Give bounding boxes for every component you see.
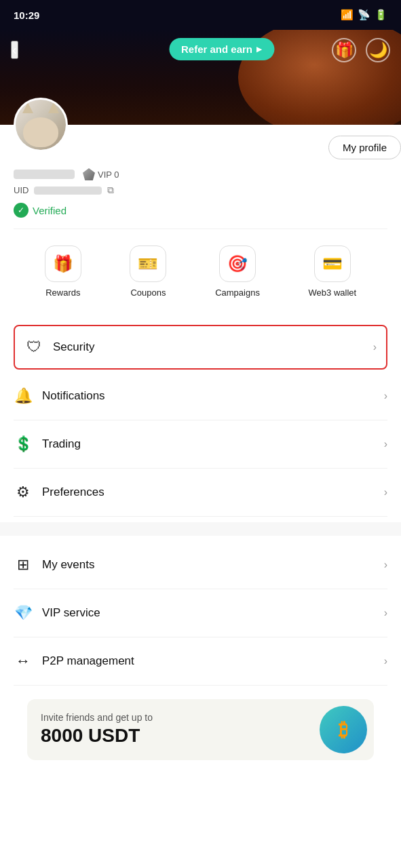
security-icon: 🛡 <box>24 338 43 356</box>
p2p-management-menu-item[interactable]: ↔ P2P management › <box>14 637 387 686</box>
web3-wallet-action[interactable]: 💳 Web3 wallet <box>309 245 357 298</box>
vip-service-chevron-icon: › <box>384 607 387 619</box>
p2p-item-left: ↔ P2P management <box>14 652 134 670</box>
rewards-action[interactable]: 🎁 Rewards <box>45 245 81 298</box>
section-divider <box>0 522 401 536</box>
quick-actions: 🎁 Rewards 🎫 Coupons 🎯 Campaigns 💳 Web3 w… <box>14 229 387 309</box>
notifications-label: Notifications <box>42 389 105 403</box>
verified-row: ✓ Verified <box>14 203 387 218</box>
invite-banner[interactable]: Invite friends and get up to 8000 USDT ₿ <box>27 699 374 760</box>
preferences-item-left: ⚙ Preferences <box>14 484 104 501</box>
vip-service-item-left: 💎 VIP service <box>14 604 100 622</box>
avatar-wrap <box>14 98 68 152</box>
campaigns-action[interactable]: 🎯 Campaigns <box>215 245 260 298</box>
vip-service-menu-item[interactable]: 💎 VIP service › <box>14 589 387 637</box>
my-events-menu-item[interactable]: ⊞ My events › <box>14 541 387 589</box>
username-row: VIP 0 <box>14 168 387 180</box>
wifi-icon: 📡 <box>358 9 370 21</box>
menu-section-2: ⊞ My events › 💎 VIP service › ↔ P2P mana… <box>0 541 401 686</box>
trading-label: Trading <box>42 437 81 451</box>
security-item-left: 🛡 Security <box>24 338 94 356</box>
notifications-menu-item[interactable]: 🔔 Notifications › <box>14 372 387 420</box>
security-menu-item[interactable]: 🛡 Security › <box>14 325 387 370</box>
campaigns-icon: 🎯 <box>219 245 256 282</box>
coin-decoration: ₿ <box>320 706 367 753</box>
verified-check-icon: ✓ <box>14 203 28 218</box>
p2p-chevron-icon: › <box>384 655 387 667</box>
battery-icon: 🔋 <box>375 9 387 21</box>
banner-amount: 8000 USDT <box>41 725 360 747</box>
notifications-chevron-icon: › <box>384 390 387 402</box>
status-time: 10:29 <box>14 9 39 21</box>
rewards-label: Rewards <box>45 288 80 298</box>
security-chevron-icon: › <box>373 341 377 353</box>
my-profile-button[interactable]: My profile <box>328 136 401 159</box>
my-events-chevron-icon: › <box>384 559 387 571</box>
banner-top-text: Invite friends and get up to <box>41 712 153 723</box>
back-icon: ‹ <box>12 42 17 57</box>
copy-uid-button[interactable]: ⧉ <box>107 184 114 196</box>
avatar-image <box>16 100 66 150</box>
uid-blur <box>34 186 102 195</box>
trading-icon: 💲 <box>14 435 33 453</box>
gift-icon-button[interactable]: 🎁 <box>332 38 356 62</box>
avatar <box>14 98 68 152</box>
preferences-chevron-icon: › <box>384 486 387 498</box>
refer-earn-label: Refer and earn <box>181 43 252 55</box>
coupons-label: Coupons <box>130 288 166 298</box>
banner-wrap: Invite friends and get up to 8000 USDT ₿ <box>0 686 401 760</box>
notifications-item-left: 🔔 Notifications <box>14 387 105 405</box>
my-events-label: My events <box>42 558 94 572</box>
uid-row: UID ⧉ <box>14 184 387 196</box>
trading-chevron-icon: › <box>384 438 387 450</box>
p2p-icon: ↔ <box>14 652 33 670</box>
preferences-menu-item[interactable]: ⚙ Preferences › <box>14 469 387 517</box>
vip-badge: VIP 0 <box>83 168 119 180</box>
vip-label: VIP 0 <box>98 170 119 180</box>
theme-toggle-button[interactable]: 🌙 <box>366 38 390 62</box>
coupons-icon: 🎫 <box>130 245 166 282</box>
security-label: Security <box>53 340 94 354</box>
back-button[interactable]: ‹ <box>11 41 18 59</box>
trading-item-left: 💲 Trading <box>14 435 81 453</box>
bitcoin-icon: ₿ <box>339 719 348 741</box>
p2p-label: P2P management <box>42 654 134 668</box>
status-icons: 📶 📡 🔋 <box>341 9 387 21</box>
web3-wallet-label: Web3 wallet <box>309 288 357 298</box>
web3-wallet-icon: 💳 <box>314 245 351 282</box>
signal-icon: 📶 <box>341 9 354 21</box>
my-events-icon: ⊞ <box>14 556 33 574</box>
menu-section-1: 🛡 Security › 🔔 Notifications › 💲 Trading… <box>0 325 401 517</box>
username-blur <box>14 170 75 179</box>
vip-diamond-icon <box>83 168 95 180</box>
vip-service-label: VIP service <box>42 606 100 620</box>
status-bar: 10:29 📶 📡 🔋 <box>0 0 401 30</box>
uid-text-label: UID <box>14 185 28 195</box>
rewards-icon: 🎁 <box>45 245 81 282</box>
trading-menu-item[interactable]: 💲 Trading › <box>14 420 387 469</box>
campaigns-label: Campaigns <box>215 288 260 298</box>
notifications-icon: 🔔 <box>14 387 33 405</box>
profile-section: My profile VIP 0 UID ⧉ ✓ Verified 🎁 Rewa… <box>0 125 401 322</box>
preferences-label: Preferences <box>42 486 104 499</box>
my-profile-label: My profile <box>343 142 387 153</box>
hero-action-icons: 🎁 🌙 <box>332 38 390 62</box>
coupons-action[interactable]: 🎫 Coupons <box>130 245 166 298</box>
refer-earn-button[interactable]: Refer and earn <box>169 38 274 60</box>
my-events-item-left: ⊞ My events <box>14 556 94 574</box>
vip-service-icon: 💎 <box>14 604 33 622</box>
preferences-icon: ⚙ <box>14 484 33 501</box>
verified-label: Verified <box>33 205 66 216</box>
